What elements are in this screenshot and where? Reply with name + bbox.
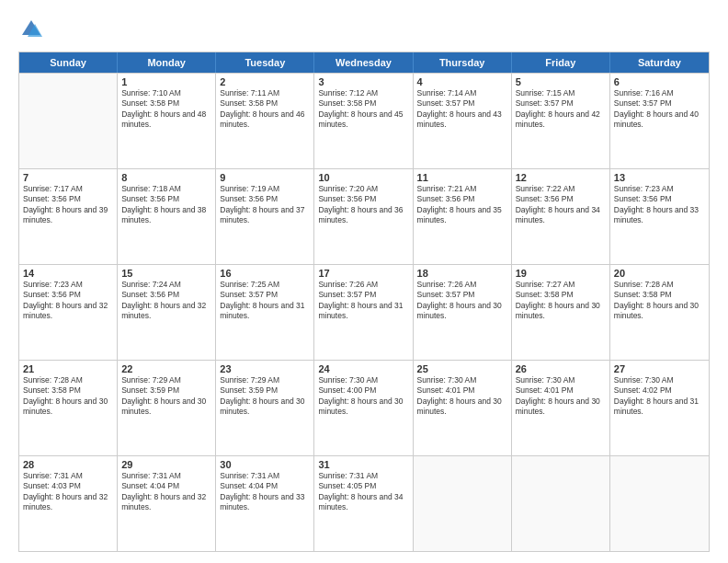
cell-line: Sunset: 3:58 PM bbox=[318, 98, 408, 109]
cell-line: Sunset: 4:03 PM bbox=[23, 481, 113, 491]
day-number: 3 bbox=[318, 76, 408, 87]
cal-week: 21Sunrise: 7:28 AMSunset: 3:58 PMDayligh… bbox=[19, 360, 709, 455]
cal-cell: 29Sunrise: 7:31 AMSunset: 4:04 PMDayligh… bbox=[118, 456, 216, 551]
cell-line: Sunrise: 7:21 AM bbox=[417, 184, 507, 194]
cell-line: Daylight: 8 hours and 35 minutes. bbox=[417, 205, 507, 226]
cal-cell: 31Sunrise: 7:31 AMSunset: 4:05 PMDayligh… bbox=[314, 456, 413, 551]
cell-line: Daylight: 8 hours and 30 minutes. bbox=[318, 396, 408, 418]
day-number: 1 bbox=[121, 76, 211, 87]
cell-line: Daylight: 8 hours and 48 minutes. bbox=[121, 109, 211, 131]
cal-cell: 5Sunrise: 7:15 AMSunset: 3:57 PMDaylight… bbox=[512, 74, 610, 168]
cell-line: Sunrise: 7:29 AM bbox=[121, 375, 211, 385]
cell-line: Sunset: 3:56 PM bbox=[318, 194, 408, 204]
cal-cell: 22Sunrise: 7:29 AMSunset: 3:59 PMDayligh… bbox=[118, 361, 216, 455]
cal-cell bbox=[610, 456, 709, 551]
day-number: 21 bbox=[23, 363, 113, 374]
cell-line: Sunset: 4:00 PM bbox=[318, 385, 408, 396]
cal-cell: 25Sunrise: 7:30 AMSunset: 4:01 PMDayligh… bbox=[414, 361, 512, 455]
cell-line: Daylight: 8 hours and 42 minutes. bbox=[516, 109, 606, 131]
cal-cell: 17Sunrise: 7:26 AMSunset: 3:57 PMDayligh… bbox=[314, 265, 413, 360]
cal-week: 7Sunrise: 7:17 AMSunset: 3:56 PMDaylight… bbox=[19, 168, 709, 264]
cell-line: Daylight: 8 hours and 30 minutes. bbox=[614, 301, 705, 322]
day-number: 17 bbox=[318, 268, 408, 279]
cell-line: Daylight: 8 hours and 30 minutes. bbox=[516, 396, 606, 418]
cal-cell: 14Sunrise: 7:23 AMSunset: 3:56 PMDayligh… bbox=[19, 265, 118, 360]
day-number: 15 bbox=[121, 268, 211, 279]
cell-line: Sunrise: 7:28 AM bbox=[23, 375, 113, 385]
cal-cell: 8Sunrise: 7:18 AMSunset: 3:56 PMDaylight… bbox=[118, 169, 216, 264]
cell-line: Sunrise: 7:20 AM bbox=[318, 184, 408, 194]
cell-line: Sunrise: 7:26 AM bbox=[318, 280, 408, 290]
cell-line: Sunset: 3:58 PM bbox=[23, 385, 113, 396]
cal-week: 1Sunrise: 7:10 AMSunset: 3:58 PMDaylight… bbox=[19, 73, 709, 168]
cell-line: Sunset: 3:57 PM bbox=[516, 98, 606, 109]
cell-line: Daylight: 8 hours and 31 minutes. bbox=[220, 301, 310, 322]
cell-line: Daylight: 8 hours and 33 minutes. bbox=[220, 492, 310, 513]
cal-cell: 21Sunrise: 7:28 AMSunset: 3:58 PMDayligh… bbox=[19, 361, 118, 455]
cell-line: Sunset: 3:58 PM bbox=[614, 290, 705, 300]
day-number: 9 bbox=[220, 172, 310, 183]
cell-line: Sunset: 3:57 PM bbox=[614, 98, 705, 109]
cell-line: Sunrise: 7:14 AM bbox=[417, 88, 507, 98]
cell-line: Sunset: 4:02 PM bbox=[614, 385, 705, 396]
cell-line: Sunrise: 7:17 AM bbox=[23, 184, 113, 194]
cell-line: Sunset: 3:56 PM bbox=[516, 194, 606, 204]
calendar: SundayMondayTuesdayWednesdayThursdayFrid… bbox=[18, 52, 710, 552]
cell-line: Sunrise: 7:27 AM bbox=[516, 280, 606, 290]
header bbox=[18, 17, 710, 42]
cell-line: Daylight: 8 hours and 34 minutes. bbox=[516, 205, 606, 226]
cell-line: Sunrise: 7:18 AM bbox=[121, 184, 211, 194]
cell-line: Daylight: 8 hours and 45 minutes. bbox=[318, 109, 408, 131]
day-number: 12 bbox=[516, 172, 606, 183]
cal-header-cell: Sunday bbox=[19, 52, 118, 73]
day-number: 18 bbox=[417, 268, 507, 279]
cell-line: Sunset: 3:56 PM bbox=[23, 290, 113, 300]
cell-line: Sunset: 3:59 PM bbox=[220, 385, 310, 396]
cell-line: Sunrise: 7:10 AM bbox=[121, 88, 211, 98]
cell-line: Sunset: 3:57 PM bbox=[417, 98, 507, 109]
cell-line: Sunrise: 7:24 AM bbox=[121, 280, 211, 290]
cell-line: Daylight: 8 hours and 32 minutes. bbox=[121, 492, 211, 513]
cal-header-cell: Friday bbox=[512, 52, 610, 73]
cell-line: Sunset: 3:57 PM bbox=[417, 290, 507, 300]
cell-line: Daylight: 8 hours and 40 minutes. bbox=[614, 109, 705, 131]
day-number: 24 bbox=[318, 363, 408, 374]
cell-line: Sunrise: 7:31 AM bbox=[318, 471, 408, 481]
cal-cell: 16Sunrise: 7:25 AMSunset: 3:57 PMDayligh… bbox=[216, 265, 314, 360]
cell-line: Sunset: 3:57 PM bbox=[318, 290, 408, 300]
cal-cell: 12Sunrise: 7:22 AMSunset: 3:56 PMDayligh… bbox=[512, 169, 610, 264]
cal-cell: 2Sunrise: 7:11 AMSunset: 3:58 PMDaylight… bbox=[216, 74, 314, 168]
day-number: 27 bbox=[614, 363, 705, 374]
cell-line: Daylight: 8 hours and 36 minutes. bbox=[318, 205, 408, 226]
cal-cell: 13Sunrise: 7:23 AMSunset: 3:56 PMDayligh… bbox=[610, 169, 709, 264]
cal-cell: 19Sunrise: 7:27 AMSunset: 3:58 PMDayligh… bbox=[512, 265, 610, 360]
cell-line: Sunset: 3:56 PM bbox=[23, 194, 113, 204]
calendar-body: 1Sunrise: 7:10 AMSunset: 3:58 PMDaylight… bbox=[19, 73, 709, 551]
cell-line: Sunrise: 7:31 AM bbox=[23, 471, 113, 481]
cell-line: Daylight: 8 hours and 43 minutes. bbox=[417, 109, 507, 131]
cell-line: Sunset: 3:56 PM bbox=[121, 194, 211, 204]
cell-line: Sunrise: 7:30 AM bbox=[516, 375, 606, 385]
cal-cell: 7Sunrise: 7:17 AMSunset: 3:56 PMDaylight… bbox=[19, 169, 118, 264]
logo bbox=[18, 17, 47, 42]
day-number: 5 bbox=[516, 76, 606, 87]
cell-line: Daylight: 8 hours and 30 minutes. bbox=[121, 396, 211, 418]
calendar-header-row: SundayMondayTuesdayWednesdayThursdayFrid… bbox=[19, 52, 709, 73]
cell-line: Sunrise: 7:12 AM bbox=[318, 88, 408, 98]
cal-cell bbox=[414, 456, 512, 551]
cell-line: Sunrise: 7:15 AM bbox=[516, 88, 606, 98]
cell-line: Sunrise: 7:26 AM bbox=[417, 280, 507, 290]
page: SundayMondayTuesdayWednesdayThursdayFrid… bbox=[0, 0, 728, 563]
cell-line: Daylight: 8 hours and 39 minutes. bbox=[23, 205, 113, 226]
cell-line: Daylight: 8 hours and 37 minutes. bbox=[220, 205, 310, 226]
cell-line: Sunrise: 7:23 AM bbox=[23, 280, 113, 290]
day-number: 16 bbox=[220, 268, 310, 279]
cell-line: Sunrise: 7:11 AM bbox=[220, 88, 310, 98]
cell-line: Sunrise: 7:30 AM bbox=[318, 375, 408, 385]
cal-cell: 10Sunrise: 7:20 AMSunset: 3:56 PMDayligh… bbox=[314, 169, 413, 264]
cell-line: Sunrise: 7:29 AM bbox=[220, 375, 310, 385]
cell-line: Sunrise: 7:31 AM bbox=[121, 471, 211, 481]
day-number: 2 bbox=[220, 76, 310, 87]
day-number: 23 bbox=[220, 363, 310, 374]
cell-line: Daylight: 8 hours and 32 minutes. bbox=[121, 301, 211, 322]
